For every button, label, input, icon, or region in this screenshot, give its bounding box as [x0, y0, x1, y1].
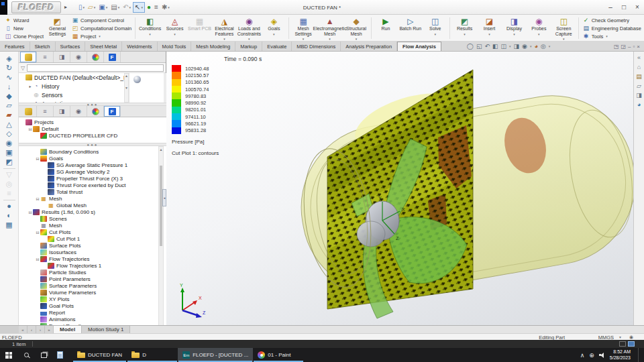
menu-expand-arrow[interactable]: ▸ — [61, 4, 70, 10]
expand-icon[interactable]: ▸ — [28, 84, 33, 88]
design-library-button[interactable]: ▤ — [636, 72, 642, 82]
dropdown-arrow-icon[interactable]: ▾ — [273, 32, 275, 38]
engineering-database-button[interactable]: ▤Engineering Database — [582, 24, 641, 32]
panel-tab-feature-manager[interactable] — [20, 52, 37, 62]
tree-item-goals[interactable]: ⊟Goals — [19, 155, 158, 162]
smart-pcb-button[interactable]: ▦Smart PCB — [187, 16, 212, 40]
dropdown-arrow-icon[interactable]: ▾ — [538, 32, 540, 38]
tree-item-xy-plots[interactable]: XY Plots — [19, 296, 158, 302]
taskbar-app-d[interactable]: D — [127, 348, 178, 362]
tab-nav-next[interactable]: › — [36, 326, 45, 333]
panel-tab-configuration-manager[interactable]: ◨ — [54, 52, 70, 62]
home-button[interactable]: ⌂ — [637, 63, 641, 72]
taskbar-app-01-paint[interactable]: 01 - Paint — [253, 348, 304, 362]
probes-button[interactable]: ◉Probes▾ — [527, 16, 551, 40]
model-tab-model[interactable]: Model — [54, 326, 82, 333]
zoom-to-fit-button[interactable]: ◯ — [467, 43, 474, 50]
tree-item-report[interactable]: Report — [19, 309, 158, 316]
component-control-tool-button[interactable]: ◉ — [6, 139, 13, 148]
tray-chevron-icon[interactable]: ∧ — [580, 352, 585, 359]
local-mesh-tool-button[interactable]: ▣ — [5, 148, 12, 158]
boundary-condition-tool-button[interactable]: ◆ — [6, 92, 11, 101]
dropdown-arrow-icon[interactable]: ▾ — [464, 32, 466, 38]
solve-tool-button[interactable]: ● — [7, 202, 11, 211]
doc-minimize-icon[interactable]: – — [628, 44, 631, 50]
screen-capture-button[interactable]: ◫Screen Capture▾ — [551, 16, 576, 40]
tab-sheet-metal[interactable]: Sheet Metal — [85, 42, 122, 51]
tree-item-results-1-fld-0-090-s[interactable]: ⊟Results (1.fld, 0.090 s) — [19, 208, 158, 215]
goals-button[interactable]: ◈Goals▾ — [262, 16, 286, 40]
run-button[interactable]: ▶Run — [373, 16, 398, 40]
network-icon[interactable]: ⊕ — [589, 352, 594, 359]
check-geometry-button[interactable]: ✓Check Geometry — [582, 16, 641, 24]
tree-item-sg-average-velocity-2[interactable]: SG Average Velocity 2 — [19, 168, 158, 175]
display-button[interactable]: ◨Display▾ — [502, 16, 527, 40]
show-desktop-button[interactable] — [638, 348, 641, 362]
tab-nav-prev[interactable]: ‹ — [28, 326, 36, 333]
panel-tab-configuration-manager[interactable]: ◨ — [54, 106, 70, 117]
dropdown-arrow-icon[interactable]: ▾ — [118, 5, 120, 9]
doc-close-icon[interactable]: × — [637, 44, 640, 50]
tree-item-thrust-force-exerted-by-duct[interactable]: Thrust Force exerted by Duct — [19, 182, 158, 188]
panel-tab-display-manager[interactable] — [87, 106, 104, 117]
qat-file-properties-button[interactable]: ≡ — [153, 2, 160, 13]
transferred-boundary-button[interactable]: ◎ — [6, 180, 13, 189]
collapse-icon[interactable]: ⊟ — [28, 127, 33, 131]
tree-item-propeller-thrust-force-x-3[interactable]: Propeller Thrust Force (X) 3 — [19, 175, 158, 182]
general-settings-button[interactable]: ◩General Settings — [45, 16, 70, 40]
search-button[interactable] — [17, 348, 35, 362]
compare-tool-button[interactable]: ▦ — [5, 221, 12, 230]
panel-tab-property-manager[interactable]: ≡ — [37, 106, 54, 117]
previous-view-button[interactable]: ↶ — [484, 43, 490, 50]
zoom-to-area-button[interactable]: ◱ — [476, 43, 482, 50]
panel-tab-display-manager[interactable] — [87, 52, 104, 62]
qat-new-button[interactable]: ▯▾ — [77, 2, 86, 13]
tab-evaluate[interactable]: Evaluate — [262, 42, 292, 51]
tab-features[interactable]: Features — [0, 42, 30, 51]
collapse-icon[interactable]: ⊟ — [28, 210, 33, 215]
tree-item-sg-average-static-pressure-1[interactable]: SG Average Static Pressure 1 — [19, 162, 158, 168]
tree-item-projects[interactable]: Projects — [19, 119, 166, 125]
create-lids-button[interactable]: ◈ — [6, 54, 11, 64]
batch-run-button[interactable]: ▷Batch Run — [398, 16, 423, 40]
results-tool-button[interactable]: ◐ — [7, 211, 11, 221]
doc-pane-right-icon[interactable]: ◲ — [621, 44, 626, 50]
tab-sketch[interactable]: Sketch — [30, 42, 56, 51]
appearance-sphere-icon[interactable] — [133, 76, 141, 83]
tree-item-point-parameters[interactable]: Point Parameters — [19, 276, 158, 282]
taskbar-app-floefd-ducted[interactable]: EmFLOEFD - [DUCTED ... — [178, 348, 253, 362]
display-style-button[interactable]: ◨ — [514, 43, 520, 50]
tree-item-cut-plot-1[interactable]: Cut Plot 1 — [19, 235, 158, 242]
view-settings-button[interactable]: ◎ — [541, 43, 546, 50]
tree-item-surface-parameters[interactable]: Surface Parameters — [19, 282, 158, 289]
dropdown-arrow-icon[interactable]: ▾ — [168, 5, 170, 9]
computational-domain-button[interactable]: ◰Computational Domain — [71, 24, 131, 32]
heat-source-tool-button[interactable]: ▰ — [6, 111, 11, 120]
panel-tab-dimxpert-manager[interactable]: ◉ — [70, 52, 87, 62]
tree-item-ducted-propeller-cfd[interactable]: DUCTED PROPELLER CFD — [19, 132, 166, 139]
details-view-icon[interactable] — [619, 341, 626, 347]
view-palette-button[interactable]: ◨ — [636, 91, 642, 101]
qat-options-button[interactable]: ✱▾ — [160, 2, 171, 13]
qat-rebuild-button[interactable]: ● — [146, 2, 152, 13]
dropdown-arrow-icon[interactable]: ▾ — [488, 32, 490, 38]
taskbar-app-ducted-fan[interactable]: DUCTED FAN — [72, 348, 127, 362]
electrical-features-button[interactable]: ◮Electrical Features▾ — [212, 16, 237, 40]
new-button[interactable]: ▯New — [4, 24, 44, 32]
contact-resistance-button[interactable]: ≡ — [7, 189, 11, 198]
taskbar-app-notepad[interactable] — [52, 348, 72, 362]
dropdown-arrow-icon[interactable]: ▾ — [99, 34, 101, 38]
file-explorer-button[interactable]: ▱ — [637, 82, 641, 91]
tree-item-mesh[interactable]: ▦Mesh — [19, 222, 158, 229]
project-button[interactable]: ▦Project▾ — [71, 32, 131, 40]
collapse-icon[interactable]: ⊟ — [35, 156, 40, 161]
tree-item-scenes[interactable]: Scenes — [19, 215, 158, 222]
view-orientation-button[interactable]: ◫ — [501, 43, 507, 50]
tab-mold-tools[interactable]: Mold Tools — [158, 42, 192, 51]
dropdown-arrow-icon[interactable]: ▾ — [174, 32, 176, 38]
collapse-icon[interactable]: ⊟ — [35, 196, 40, 201]
tree-item-global-mesh[interactable]: ▦Global Mesh — [19, 202, 158, 208]
doc-pane-left-icon[interactable]: ◳ — [614, 44, 619, 50]
dropdown-arrow-icon[interactable]: ▾ — [106, 5, 108, 9]
insert-button[interactable]: ◪Insert▾ — [477, 16, 502, 40]
